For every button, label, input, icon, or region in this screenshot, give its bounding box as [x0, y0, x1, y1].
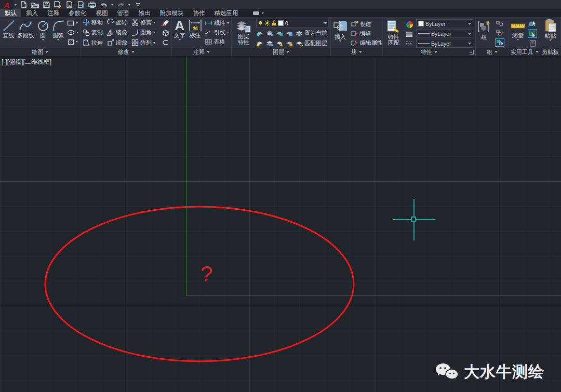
array-button[interactable]: 阵列 — [131, 38, 155, 48]
drawing-canvas[interactable]: [-][俯视][二维线框] ? 大水牛测绘 — [0, 57, 561, 392]
panel-utilities: 测量 实用工具 — [509, 17, 541, 56]
stretch-button[interactable]: 拉伸 — [83, 38, 103, 48]
quick-select-icon[interactable] — [529, 20, 537, 27]
erase-button[interactable] — [161, 18, 169, 28]
layer-lock-icon[interactable] — [286, 30, 293, 36]
line-button[interactable]: 直线 — [2, 17, 16, 48]
layer-thaw-stack-icon[interactable] — [266, 40, 273, 47]
panel-clipboard-footer[interactable]: 剪贴板 — [540, 48, 560, 56]
layer-select-combo[interactable]: 0 — [256, 19, 329, 28]
ellipse-button[interactable] — [67, 28, 78, 37]
dimension-button[interactable]: 标注 — [188, 17, 203, 48]
paste-button[interactable]: 粘贴 — [544, 17, 557, 48]
tab-home[interactable]: 默认 — [0, 9, 21, 17]
layer-isolate-icon[interactable] — [266, 30, 273, 36]
properties-dialog-launcher-icon[interactable] — [470, 50, 474, 55]
color-wheel-icon[interactable] — [406, 21, 413, 28]
measure-ruler-icon — [511, 20, 525, 32]
tab-view[interactable]: 视图 — [91, 9, 113, 17]
layer-unlock-stack-icon[interactable] — [286, 40, 293, 47]
leader-button[interactable]: 引线 — [205, 28, 229, 37]
tab-annotate[interactable]: 注释 — [43, 9, 64, 17]
panel-block-footer[interactable]: 块 — [331, 48, 382, 56]
quick-calc-toggle[interactable] — [528, 29, 537, 38]
open-file-button[interactable] — [31, 1, 39, 9]
viewport-controls[interactable]: [-][俯视][二维线框] — [2, 58, 51, 66]
copy-button[interactable]: 复制 — [83, 28, 103, 37]
tab-featured-apps[interactable]: 精选应用 — [210, 9, 243, 17]
panel-properties-footer[interactable]: 特性 — [383, 48, 475, 56]
layer-off-icon[interactable] — [256, 30, 263, 36]
customize-qat-button[interactable] — [134, 1, 142, 9]
measure-button[interactable]: 测量 — [511, 18, 525, 49]
redo-dropdown-caret-icon[interactable] — [128, 4, 130, 6]
tab-addins[interactable]: 附加模块 — [155, 9, 189, 17]
panel-utilities-footer[interactable]: 实用工具 — [509, 48, 540, 56]
panel-draw-footer[interactable]: 绘图 — [0, 48, 80, 56]
tab-collaborate[interactable]: 协作 — [189, 9, 210, 17]
rotate-button[interactable]: 旋转 — [107, 18, 127, 28]
edit-block-button[interactable]: 编辑 — [351, 29, 371, 38]
ellipse-caret-icon — [76, 32, 78, 33]
panel-group-footer[interactable]: 组 — [476, 48, 509, 56]
rectangle-button[interactable] — [67, 18, 78, 28]
create-block-button[interactable]: 创建 — [351, 19, 371, 29]
layer-on-bulb-stack-icon[interactable] — [256, 40, 263, 47]
hatch-button[interactable] — [68, 37, 78, 47]
text-button[interactable]: A 文字 — [174, 17, 185, 48]
export-button[interactable] — [77, 1, 85, 9]
insert-block-button[interactable]: 插入 — [333, 18, 348, 49]
scale-button[interactable]: 缩放 — [107, 38, 127, 48]
layer-sun-stack-icon[interactable] — [276, 40, 283, 47]
linetype-icon[interactable] — [406, 41, 413, 46]
panel-annotation-footer[interactable]: 注释 — [172, 48, 231, 56]
group-button[interactable]: 组 — [477, 18, 491, 49]
button-label: 特性匹配 — [388, 34, 400, 46]
plot-stamp-button[interactable] — [65, 1, 73, 9]
tab-manage[interactable]: 管理 — [113, 9, 134, 17]
lineweight-icon[interactable] — [406, 32, 413, 37]
panel-modify-footer[interactable]: 修改 — [81, 48, 171, 56]
undo-dropdown-caret-icon[interactable] — [111, 4, 113, 6]
linetype-combo[interactable]: ByLayer — [416, 39, 473, 48]
polyline-button[interactable]: 多段线 — [17, 17, 34, 48]
panel-expand-caret-icon — [131, 51, 135, 53]
ungroup-icon[interactable] — [496, 20, 504, 27]
undo-button[interactable] — [100, 1, 108, 9]
group-selectable-toggle[interactable] — [495, 38, 504, 47]
tab-output[interactable]: 输出 — [134, 9, 155, 17]
group-edit-icon[interactable] — [496, 29, 504, 36]
set-current-button[interactable]: 置为当前 — [296, 28, 327, 38]
lineweight-combo[interactable]: ByLayer — [416, 29, 473, 38]
join-button[interactable] — [162, 38, 169, 48]
app-menu-button[interactable]: A — [0, 0, 14, 9]
drawn-ellipse[interactable] — [43, 205, 356, 363]
tab-insert[interactable]: 插入 — [21, 9, 43, 17]
fillet-button[interactable]: 圆角 — [131, 28, 155, 37]
panel-layers-footer[interactable]: 图层 — [232, 48, 330, 56]
arc-button[interactable]: 圆弧 — [51, 17, 65, 48]
tab-parametric[interactable]: 参数化 — [64, 9, 91, 17]
save-button[interactable] — [43, 1, 50, 9]
object-color-combo[interactable]: ByLayer — [416, 19, 473, 28]
move-button[interactable]: 移动 — [83, 18, 103, 28]
explode-button[interactable] — [162, 28, 169, 37]
trim-button[interactable]: 修剪 — [131, 18, 155, 28]
drawn-question-mark-text[interactable]: ? — [201, 263, 212, 285]
mirror-button[interactable]: 镜像 — [107, 28, 127, 37]
print-button[interactable] — [88, 1, 96, 9]
linear-dim-button[interactable]: 线性 — [205, 18, 229, 28]
layer-freeze-icon[interactable] — [276, 30, 283, 36]
edit-attributes-button[interactable]: 编辑属性 — [351, 38, 386, 48]
redo-button[interactable] — [117, 1, 125, 9]
circle-button[interactable]: 圆 — [36, 17, 50, 48]
layer-properties-button[interactable]: 图层特性 — [233, 18, 254, 49]
match-layer-button[interactable]: 匹配图层 — [296, 38, 327, 48]
new-file-button[interactable] — [20, 1, 28, 9]
match-properties-button[interactable]: 特性匹配 — [385, 18, 403, 49]
create-block-icon — [351, 21, 358, 27]
ribbon-display-toggle[interactable] — [252, 9, 264, 17]
save-as-button[interactable] — [54, 1, 62, 9]
list-icon[interactable] — [529, 40, 536, 47]
table-button[interactable]: 表格 — [205, 37, 225, 47]
